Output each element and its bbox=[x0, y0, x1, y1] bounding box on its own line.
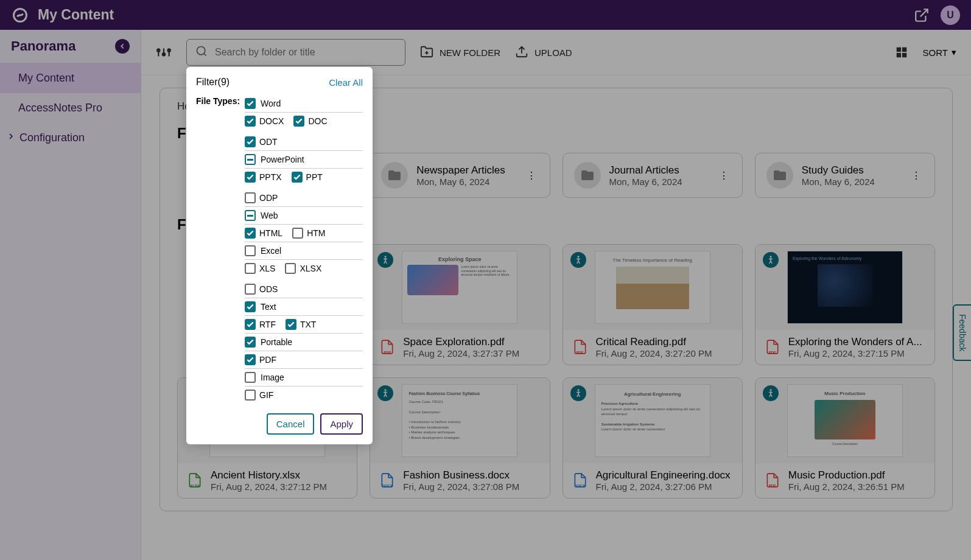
checkbox-web[interactable] bbox=[245, 210, 256, 221]
filter-group-label[interactable]: Portable bbox=[261, 337, 292, 347]
filter-group-label[interactable]: Web bbox=[261, 211, 278, 220]
checkbox-html[interactable] bbox=[245, 228, 256, 239]
checkbox-odp[interactable] bbox=[245, 192, 256, 203]
filter-sub-label[interactable]: GIF bbox=[259, 390, 273, 400]
filter-sub-label[interactable]: XLS bbox=[259, 264, 275, 273]
checkbox-xlsx[interactable] bbox=[285, 263, 296, 274]
filter-group: Excel bbox=[245, 242, 363, 260]
cancel-button[interactable]: Cancel bbox=[267, 413, 315, 435]
checkbox-powerpoint[interactable] bbox=[245, 154, 256, 165]
filter-popup: Filter(9) Clear All File Types: WordDOCX… bbox=[186, 67, 373, 444]
filter-group-label[interactable]: Word bbox=[261, 99, 281, 108]
checkbox-ods[interactable] bbox=[245, 284, 256, 295]
filter-sub-label[interactable]: PPT bbox=[306, 172, 323, 182]
checkbox-xls[interactable] bbox=[245, 263, 256, 274]
checkbox-portable[interactable] bbox=[245, 337, 256, 348]
filter-sub-label[interactable]: PDF bbox=[259, 355, 276, 365]
filter-sub-label[interactable]: HTM bbox=[307, 228, 325, 238]
checkbox-word[interactable] bbox=[245, 98, 256, 109]
checkbox-doc[interactable] bbox=[293, 116, 304, 127]
filter-group: PowerPoint bbox=[245, 151, 363, 169]
checkbox-txt[interactable] bbox=[286, 319, 296, 330]
filter-sub-label[interactable]: PPTX bbox=[259, 172, 282, 182]
filter-group: Word bbox=[245, 95, 363, 113]
apply-button[interactable]: Apply bbox=[320, 413, 363, 435]
filter-sub-label[interactable]: ODT bbox=[259, 137, 278, 147]
checkbox-text[interactable] bbox=[245, 301, 256, 312]
filter-group-label[interactable]: PowerPoint bbox=[261, 155, 304, 164]
checkbox-excel[interactable] bbox=[245, 245, 256, 256]
checkbox-odt[interactable] bbox=[245, 136, 256, 147]
filter-group: Image bbox=[245, 369, 363, 387]
filter-sub-label[interactable]: ODS bbox=[259, 284, 278, 294]
checkbox-pdf[interactable] bbox=[245, 354, 256, 365]
checkbox-rtf[interactable] bbox=[245, 319, 256, 330]
filter-group: Portable bbox=[245, 334, 363, 351]
filter-group: Text bbox=[245, 298, 363, 316]
filter-group-label[interactable]: Image bbox=[261, 373, 284, 382]
modal-overlay[interactable] bbox=[0, 0, 971, 560]
filter-group-label[interactable]: Text bbox=[261, 302, 276, 312]
checkbox-htm[interactable] bbox=[292, 228, 303, 239]
checkbox-pptx[interactable] bbox=[245, 172, 256, 183]
filter-sub-label[interactable]: XLSX bbox=[300, 264, 321, 273]
checkbox-ppt[interactable] bbox=[292, 172, 303, 183]
filter-sub-label[interactable]: RTF bbox=[259, 320, 276, 329]
filter-sub-label[interactable]: HTML bbox=[259, 228, 282, 238]
filter-group-label[interactable]: Excel bbox=[261, 246, 281, 256]
filter-title: Filter(9) bbox=[196, 77, 230, 88]
filter-sub-label[interactable]: TXT bbox=[300, 320, 316, 329]
filter-sub-label[interactable]: ODP bbox=[259, 193, 278, 203]
filter-group: Web bbox=[245, 207, 363, 225]
filter-sub-label[interactable]: DOC bbox=[308, 116, 327, 126]
clear-all-button[interactable]: Clear All bbox=[329, 77, 363, 88]
checkbox-gif[interactable] bbox=[245, 390, 256, 401]
checkbox-image[interactable] bbox=[245, 372, 256, 383]
checkbox-docx[interactable] bbox=[245, 116, 256, 127]
filter-sub-label[interactable]: DOCX bbox=[259, 116, 284, 126]
